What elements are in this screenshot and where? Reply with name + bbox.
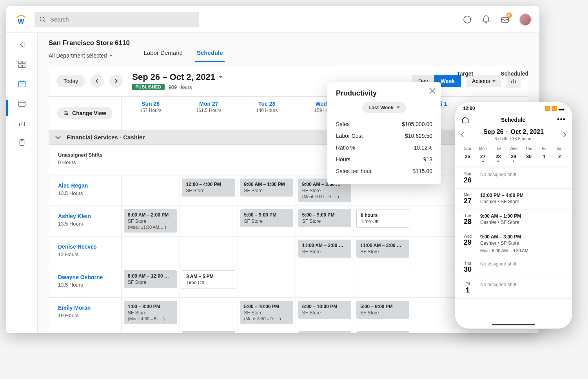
shift-block[interactable]: 6:00 – 10:00 PMSF Store	[298, 301, 351, 319]
shift-block[interactable]: 12:00 – 4:00 PM	[182, 331, 235, 333]
shift-cell[interactable]: 5:00 – 10:00 PMSF Store(Meal: 8:30 – 9:……	[238, 298, 296, 328]
shift-cell[interactable]	[122, 328, 180, 333]
shift-cell[interactable]	[238, 267, 296, 297]
phone-shift-item[interactable]: Mon2712:00 PM – 4:00 PMCashier • SF Stor…	[455, 189, 572, 209]
search-input[interactable]	[50, 16, 194, 23]
phone-shift-item[interactable]: Sun26No assigned shift	[455, 168, 572, 189]
shift-block[interactable]: 5:00 – 10:00 PMSF Store(Meal: 8:30 – 9:……	[240, 301, 293, 324]
productivity-metric: Hours913	[336, 153, 432, 165]
shift-cell[interactable]: 5:00 – 9:00 PMSF Store	[354, 298, 412, 328]
chat-icon[interactable]	[463, 15, 472, 24]
range-selector[interactable]: Last Week	[362, 102, 406, 113]
employee-name-link[interactable]: Ashley Klein	[58, 213, 121, 219]
shift-cell[interactable]	[412, 328, 470, 333]
dashboard-icon[interactable]	[17, 60, 27, 69]
shift-cell[interactable]	[122, 236, 180, 267]
phone-shift-item[interactable]: Wed299:00 AM – 3:00 PMCashier • SF Store…	[455, 230, 572, 257]
shift-block[interactable]: 8:00 AM – 12:00 …SF Store	[124, 270, 177, 288]
shift-cell[interactable]: 9:00 AM – 1:00 PMSF Store	[238, 175, 296, 206]
home-icon[interactable]	[461, 116, 469, 124]
shift-cell[interactable]: 11:00 AM – 3:00 …SF Store	[296, 236, 354, 267]
prev-week-button[interactable]	[91, 74, 104, 88]
day-header-sun[interactable]: Sun 26157 Hours	[122, 97, 180, 130]
phone-shift-item[interactable]: Tue289:00 AM – 1:00 PMCashier • SF Store	[455, 209, 572, 230]
day-header-mon[interactable]: Mon 27161.5 Hours	[180, 97, 238, 130]
shift-block[interactable]: 1:00 – 8:00 PMSF Store(Meal: 4:30 – 5:… …	[124, 301, 177, 324]
shift-cell[interactable]: 8 hoursTime Off	[354, 206, 412, 236]
shift-cell[interactable]	[122, 175, 180, 206]
shift-block[interactable]: 8:00 AM – 2:00 PMSF Store(Meal: 11:30 AM…	[124, 209, 177, 233]
change-view-button[interactable]: Change View	[57, 107, 113, 119]
next-week-button[interactable]	[109, 74, 123, 88]
phone-day[interactable]: 30	[521, 152, 537, 164]
close-button[interactable]	[428, 87, 436, 95]
shift-cell[interactable]: 8:00 AM – 2:00 PMSF Store(Meal: 11:30 AM…	[122, 206, 180, 236]
department-selector[interactable]: All Department selected	[49, 52, 113, 59]
shift-block[interactable]: 11:00 AM – 3:00 …SF Store	[298, 240, 351, 258]
shift-cell[interactable]: 12:00 – 4:00 PMSF Store	[180, 175, 238, 206]
svg-point-28	[67, 113, 67, 114]
employee-name-link[interactable]: Denise Reeves	[58, 244, 121, 250]
shift-cell[interactable]	[180, 206, 238, 236]
inbox-icon[interactable]: 8	[500, 15, 510, 24]
shift-cell[interactable]: 12:00 – 4:00 PM	[180, 328, 238, 333]
shift-cell[interactable]	[180, 236, 238, 267]
shift-block[interactable]: 5:00 – 9:00 PMSF Store	[240, 209, 293, 227]
shift-cell[interactable]: 5:00 – 9:00 PMSF Store	[238, 206, 296, 236]
shift-cell[interactable]	[238, 236, 296, 267]
collapse-icon[interactable]	[17, 40, 27, 49]
phone-day[interactable]: 1	[537, 152, 552, 164]
phone-day[interactable]: 29	[506, 152, 521, 164]
shift-cell[interactable]: 1:00 – 8:00 PMSF Store(Meal: 4:30 – 5:… …	[122, 298, 180, 328]
shift-cell[interactable]	[296, 267, 354, 297]
shift-cell[interactable]: 6:00 – 10:00 PMSF Store	[296, 298, 354, 328]
employee-hours: 12 Hours	[58, 251, 121, 257]
employee-name-link[interactable]: Emily Moran	[58, 305, 121, 311]
tab-schedule[interactable]: Schedule	[195, 49, 225, 62]
shift-block[interactable]: 5:00 – 9:00 PMSF Store	[298, 209, 351, 227]
phone-day[interactable]: 28	[490, 152, 506, 164]
day-header-tue[interactable]: Tue 28140 Hours	[238, 97, 296, 130]
shift-block[interactable]: 5:00 – 9:00 PMSF Store	[356, 301, 409, 319]
shift-block-open[interactable]: 8 hoursTime Off	[356, 209, 409, 228]
shift-cell[interactable]: 5:00 – 9:00 PMSF Store	[296, 206, 354, 236]
shift-block[interactable]: 9:00 AM – 1:00 PMSF Store	[240, 179, 293, 197]
next-icon[interactable]	[562, 132, 567, 137]
logo-icon[interactable]: W	[14, 13, 28, 27]
phone-day[interactable]: 2	[552, 152, 567, 164]
clipboard-icon[interactable]	[17, 138, 27, 147]
more-icon[interactable]: •••	[557, 116, 566, 124]
shift-block[interactable]: 12:00 – 4:00 PM	[298, 331, 351, 333]
today-button[interactable]: Today	[56, 75, 85, 87]
shift-cell[interactable]	[238, 328, 296, 333]
tab-labor-demand[interactable]: Labor Demand	[142, 49, 184, 62]
popover-title: Productivity	[336, 89, 432, 97]
shift-cell[interactable]: 12:00 – 4:00 PM	[296, 328, 354, 333]
target-column-label: Target	[457, 70, 473, 77]
caret-down-icon[interactable]	[219, 76, 222, 78]
shift-cell[interactable]: 8:00 AM – 12:00 …	[354, 328, 412, 333]
employee-name-link[interactable]: Dwayne Osborne	[58, 274, 121, 280]
search-box[interactable]	[34, 12, 199, 27]
phone-shift-item[interactable]: Fri1No assigned shift	[455, 278, 572, 299]
prev-icon[interactable]	[460, 132, 465, 137]
caret-down-icon	[397, 106, 400, 108]
shift-block[interactable]: 12:00 – 4:00 PMSF Store	[182, 179, 235, 197]
schedule-icon[interactable]	[17, 79, 27, 88]
shift-cell[interactable]: 11:00 AM – 3:00 …SF Store	[354, 236, 412, 267]
phone-shift-item[interactable]: Thu30No assigned shift	[455, 257, 572, 278]
bell-icon[interactable]	[481, 15, 491, 24]
calendar-alt-icon[interactable]	[17, 99, 27, 108]
shift-cell[interactable]	[180, 298, 238, 328]
shift-cell[interactable]: 8 AM – 5 PMTime Off	[180, 267, 238, 297]
shift-cell[interactable]	[354, 267, 412, 297]
shift-cell[interactable]: 8:00 AM – 12:00 …SF Store	[122, 267, 180, 297]
shift-block[interactable]: 11:00 AM – 3:00 …SF Store	[356, 240, 409, 258]
analytics-icon[interactable]	[17, 118, 27, 128]
employee-name-link[interactable]: Alec Regan	[58, 182, 121, 189]
avatar[interactable]	[519, 13, 532, 26]
shift-block[interactable]: 8:00 AM – 12:00 …	[356, 331, 409, 333]
phone-day[interactable]: 27	[475, 152, 490, 164]
phone-day[interactable]: 26	[460, 152, 475, 164]
shift-block-open[interactable]: 8 AM – 5 PMTime Off	[182, 270, 235, 289]
